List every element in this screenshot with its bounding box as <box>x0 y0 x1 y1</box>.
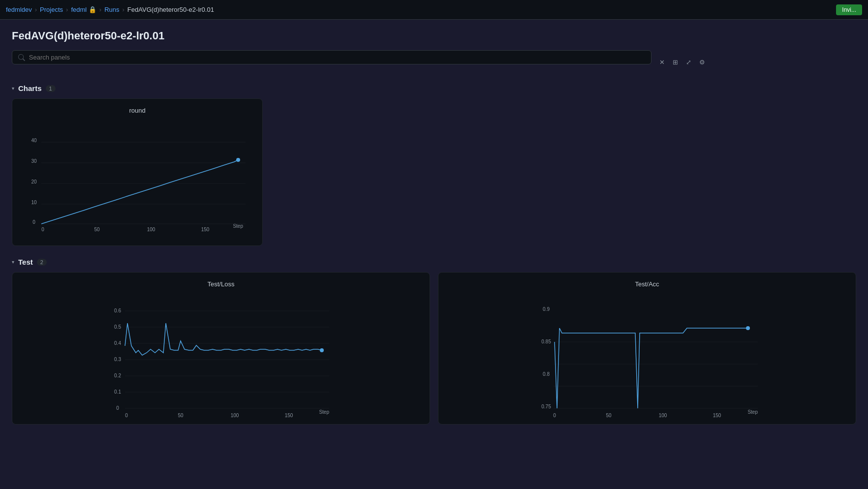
breadcrumb-sep-4: › <box>123 6 124 13</box>
breadcrumb-fedmldev[interactable]: fedmldev <box>6 6 32 13</box>
test-loss-endpoint <box>320 348 324 352</box>
breadcrumb-runs[interactable]: Runs <box>104 6 119 13</box>
test-loss-chart-svg: 0 0.1 0.2 0.3 0.4 0.5 0.6 0 50 100 150 S… <box>20 292 422 415</box>
charts-chevron-icon: ▾ <box>12 86 14 91</box>
x-tick-100: 100 <box>659 413 667 418</box>
search-input[interactable] <box>29 54 645 61</box>
round-chart-line <box>41 160 238 224</box>
charts-grid: round 0 10 20 30 40 0 50 100 150 Step <box>12 98 856 246</box>
round-chart-title: round <box>20 107 254 114</box>
breadcrumb: fedmldev › Projects › fedml 🔒 › Runs › F… <box>6 6 214 13</box>
test-acc-chart-card: Test/Acc 0.75 0.8 0.85 0.9 0 50 100 150 … <box>438 272 856 425</box>
top-nav: fedmldev › Projects › fedml 🔒 › Runs › F… <box>0 0 868 20</box>
x-tick-100: 100 <box>231 413 239 418</box>
test-loss-chart-card: Test/Loss 0 0.1 0.2 0.3 0.4 0.5 0.6 0 50… <box>12 272 430 425</box>
x-tick-150: 150 <box>713 413 721 418</box>
x-axis-label: Step <box>233 223 243 229</box>
breadcrumb-projects[interactable]: Projects <box>40 6 63 13</box>
test-acc-endpoint <box>746 326 750 330</box>
x-axis-label: Step <box>747 409 758 415</box>
charts-section-header[interactable]: ▾ Charts 1 <box>12 84 856 92</box>
x-tick-0: 0 <box>553 413 556 418</box>
y-tick-40: 40 <box>31 138 37 143</box>
y-tick-0.5: 0.5 <box>114 324 121 330</box>
y-tick-0.3: 0.3 <box>114 357 121 362</box>
charts-section-count: 1 <box>46 85 56 92</box>
breadcrumb-sep-2: › <box>66 6 68 13</box>
y-tick-20: 20 <box>31 179 37 184</box>
grid-icon[interactable]: ⊞ <box>671 57 680 68</box>
x-tick-0: 0 <box>125 413 128 418</box>
test-acc-chart-title: Test/Acc <box>446 280 848 288</box>
y-tick-30: 30 <box>31 158 37 164</box>
breadcrumb-fedml[interactable]: fedml 🔒 <box>71 6 96 13</box>
round-chart-endpoint <box>236 158 240 162</box>
page-title: FedAVG(d)heteror50-e2-lr0.01 <box>12 30 856 42</box>
y-tick-0.85: 0.85 <box>541 339 551 344</box>
charts-section-title: Charts <box>18 84 42 92</box>
test-loss-chart-title: Test/Loss <box>20 280 422 288</box>
x-tick-50: 50 <box>606 413 612 418</box>
y-tick-0.4: 0.4 <box>114 340 121 346</box>
y-tick-0: 0 <box>32 219 35 225</box>
y-tick-0: 0 <box>116 405 119 411</box>
search-bar[interactable] <box>12 50 651 64</box>
test-section: ▾ Test 2 Test/Loss 0 0.1 0.2 0.3 0.4 0.5… <box>12 258 856 425</box>
test-section-count: 2 <box>37 259 47 266</box>
test-charts-grid: Test/Loss 0 0.1 0.2 0.3 0.4 0.5 0.6 0 50… <box>12 272 856 425</box>
expand-icon[interactable]: ⤢ <box>684 57 693 68</box>
test-section-header[interactable]: ▾ Test 2 <box>12 258 856 266</box>
test-section-title: Test <box>18 258 33 266</box>
y-tick-10: 10 <box>31 200 37 205</box>
toolbar-icons: ✕ ⊞ ⤢ ⚙ <box>657 57 707 68</box>
x-tick-150: 150 <box>201 227 210 232</box>
test-acc-chart-svg: 0.75 0.8 0.85 0.9 0 50 100 150 Step <box>446 292 848 415</box>
breadcrumb-sep-3: › <box>99 6 101 13</box>
x-tick-0: 0 <box>41 227 44 232</box>
x-tick-100: 100 <box>147 227 155 232</box>
x-tick-50: 50 <box>178 413 184 418</box>
breadcrumb-sep-1: › <box>35 6 37 13</box>
page-content: FedAVG(d)heteror50-e2-lr0.01 ✕ ⊞ ⤢ ⚙ ▾ C… <box>0 20 868 446</box>
round-chart-card: round 0 10 20 30 40 0 50 100 150 Step <box>12 98 263 246</box>
search-icon <box>18 54 25 61</box>
settings-icon[interactable]: ⚙ <box>697 57 707 68</box>
breadcrumb-current: FedAVG(d)heteror50-e2-lr0.01 <box>127 6 214 13</box>
test-chevron-icon: ▾ <box>12 259 14 265</box>
test-loss-chart-line <box>125 323 322 355</box>
y-tick-0.80: 0.8 <box>543 371 550 377</box>
close-panels-icon[interactable]: ✕ <box>657 57 667 68</box>
y-tick-0.2: 0.2 <box>114 373 121 378</box>
y-tick-0.75: 0.75 <box>541 404 551 409</box>
y-tick-0.6: 0.6 <box>114 308 121 313</box>
test-acc-chart-line <box>555 328 748 408</box>
x-tick-150: 150 <box>285 413 293 418</box>
invite-button[interactable]: Invi... <box>836 4 862 15</box>
search-row: ✕ ⊞ ⤢ ⚙ <box>12 50 856 74</box>
x-axis-label: Step <box>319 409 329 415</box>
round-chart-svg: 0 10 20 30 40 0 50 100 150 Step <box>20 118 254 236</box>
y-tick-0.90: 0.9 <box>543 306 550 312</box>
x-tick-50: 50 <box>94 227 100 232</box>
y-tick-0.1: 0.1 <box>114 389 121 395</box>
